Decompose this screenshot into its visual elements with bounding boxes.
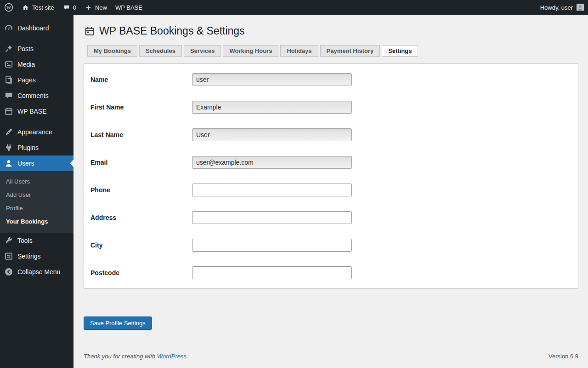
sidebar-item-label: Media [17,61,35,68]
plug-icon [4,143,13,152]
sidebar-item-pages[interactable]: Pages [0,72,74,88]
media-icon [4,60,13,69]
site-name-label: Test site [32,4,54,11]
settings-panel: Name First Name Last Name Email Phone Ad… [84,63,578,289]
sidebar-item-dashboard[interactable]: Dashboard [0,20,74,36]
sidebar-item-profile[interactable]: Profile [0,201,74,215]
admin-bar-right: Howdy, user [536,0,588,15]
collapse-menu-button[interactable]: Collapse Menu [0,264,74,280]
last-name-label: Last Name [84,131,192,138]
comment-bubble-icon [4,91,13,100]
form-row-phone: Phone [84,176,578,204]
name-label: Name [84,76,192,83]
tab-working-hours[interactable]: Working Hours [223,45,278,57]
wordpress-link[interactable]: WordPress [157,353,187,360]
city-input[interactable] [192,239,352,252]
wrench-icon [4,236,13,245]
site-name-link[interactable]: Test site [17,0,58,15]
sidebar-item-label: Tools [17,237,33,244]
tab-holidays[interactable]: Holidays [280,45,318,57]
collapse-arrow-icon [4,267,13,276]
sidebar-item-settings[interactable]: Settings [0,248,74,264]
footer-thanks-prefix: Thank you for creating with [84,353,157,360]
sidebar-item-users[interactable]: Users [0,155,74,171]
user-avatar [577,4,584,11]
submenu-item-label: Profile [6,205,23,212]
sidebar-item-your-bookings[interactable]: Your Bookings [0,215,74,228]
postcode-input[interactable] [192,266,352,279]
sidebar-item-label: Plugins [17,144,39,151]
form-row-last-name: Last Name [84,121,578,149]
sidebar-item-plugins[interactable]: Plugins [0,140,74,155]
plus-icon [85,4,92,12]
wp-logo-button[interactable]: W [0,0,17,15]
dashboard-icon [4,23,13,33]
address-input[interactable] [192,211,352,224]
form-row-name: Name [84,66,578,93]
svg-text:W: W [6,5,11,10]
sidebar-item-comments[interactable]: Comments [0,88,74,104]
last-name-input[interactable] [192,128,352,141]
submenu-item-label: Your Bookings [6,218,48,225]
howdy-label: Howdy, user [540,4,573,11]
form-row-email: Email [84,149,578,176]
tab-payment-history[interactable]: Payment History [320,45,380,57]
postcode-label: Postcode [84,269,192,276]
sidebar-item-all-users[interactable]: All Users [0,175,74,188]
phone-input[interactable] [192,184,352,196]
content-area: WP BASE Bookings & Settings My Bookings … [74,15,588,368]
sidebar-item-posts[interactable]: Posts [0,41,74,57]
sidebar-item-label: Pages [17,76,36,84]
form-row-first-name: First Name [84,93,578,121]
pages-icon [4,75,13,85]
wp-base-label: WP BASE [115,4,142,11]
email-input[interactable] [192,156,352,169]
comments-count: 0 [73,4,76,11]
sidebar-item-tools[interactable]: Tools [0,233,74,248]
city-label: City [84,242,192,249]
person-icon [4,159,13,168]
page-title: WP BASE Bookings & Settings [84,25,578,37]
wp-base-shortcut[interactable]: WP BASE [111,0,147,15]
sidebar-item-media[interactable]: Media [0,57,74,72]
my-account-menu[interactable]: Howdy, user [536,0,588,15]
tab-services[interactable]: Services [184,45,221,57]
form-row-postcode: Postcode [84,259,578,287]
form-row-address: Address [84,204,578,231]
comment-bubble-icon [62,4,70,12]
new-content-button[interactable]: New [80,0,111,15]
footer: Thank you for creating with WordPress. V… [84,353,578,360]
users-submenu: All Users Add User Profile Your Bookings [0,171,74,233]
tab-settings[interactable]: Settings [382,45,418,57]
tab-my-bookings[interactable]: My Bookings [87,45,137,57]
sidebar-item-label: Comments [17,92,49,99]
new-label: New [95,4,107,11]
collapse-menu-label: Collapse Menu [17,268,60,276]
save-profile-settings-button[interactable]: Save Profile Settings [84,316,152,330]
admin-bar: W Test site 0 New WP BASE Howdy, user [0,0,588,15]
menu-separator [0,119,74,124]
submenu-item-label: Add User [6,191,31,198]
home-icon [22,4,29,12]
name-input[interactable] [192,73,352,86]
calendar-icon [84,26,95,37]
form-row-city: City [84,231,578,259]
sidebar-item-label: WP BASE [17,108,47,115]
footer-version: Version 6.9 [548,353,578,360]
sidebar-item-wp-base[interactable]: WP BASE [0,104,74,119]
first-name-input[interactable] [192,101,352,114]
submenu-item-label: All Users [6,178,30,185]
wordpress-logo-icon: W [4,3,13,12]
footer-thanks-text: Thank you for creating with WordPress. [84,353,188,360]
tab-schedules[interactable]: Schedules [139,45,182,57]
sidebar-item-label: Posts [17,45,34,52]
admin-menu: Dashboard Posts Media Pages Comments WP … [0,15,74,368]
sidebar-item-label: Settings [17,253,41,260]
sidebar-item-add-user[interactable]: Add User [0,188,74,201]
calendar-icon [4,107,13,116]
settings-icon [4,252,13,261]
comments-shortcut[interactable]: 0 [58,0,80,15]
sidebar-item-label: Users [17,160,34,167]
first-name-label: First Name [84,104,192,111]
sidebar-item-appearance[interactable]: Appearance [0,124,74,140]
